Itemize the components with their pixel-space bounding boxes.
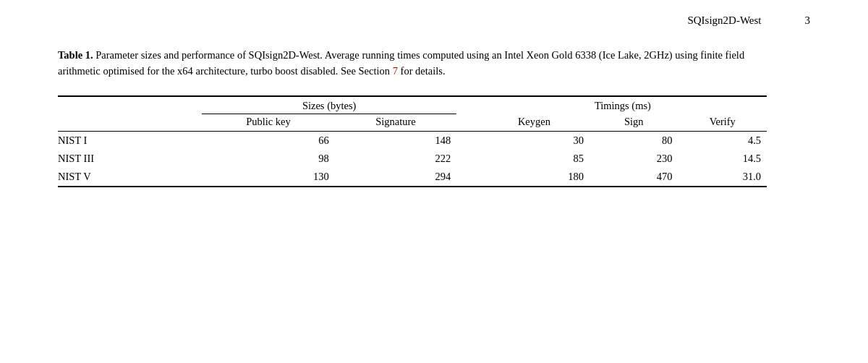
data-table: Sizes (bytes) Timings (ms) Public key Si…: [58, 95, 767, 187]
row-separator: [456, 168, 479, 187]
row-label: NIST III: [58, 150, 202, 168]
group-header-row: Sizes (bytes) Timings (ms): [58, 97, 767, 114]
caption-ref: 7: [393, 65, 398, 77]
table-row: NIST I6614830804.5: [58, 131, 767, 150]
row-keygen: 30: [479, 131, 590, 150]
data-table-wrapper: Sizes (bytes) Timings (ms) Public key Si…: [58, 95, 767, 187]
header-title: SQIsign2D-West: [687, 14, 761, 27]
table-row: NIST III982228523014.5: [58, 150, 767, 168]
empty-header: [58, 97, 202, 114]
separator: [456, 97, 479, 114]
keygen-header: Keygen: [479, 114, 590, 131]
table-caption: Table 1. Parameter sizes and performance…: [58, 47, 767, 80]
row-signature: 294: [335, 168, 456, 187]
timings-group-header: Timings (ms): [479, 97, 767, 114]
row-verify: 14.5: [678, 150, 767, 168]
header-page-number: 3: [805, 14, 811, 27]
row-verify: 4.5: [678, 131, 767, 150]
public-key-header: Public key: [202, 114, 335, 131]
page-container: SQIsign2D-West 3 Table 1. Parameter size…: [0, 0, 868, 363]
row-separator: [456, 150, 479, 168]
row-verify: 31.0: [678, 168, 767, 187]
sign-header: Sign: [590, 114, 678, 131]
row-label: NIST V: [58, 168, 202, 187]
table-body: NIST I6614830804.5NIST III982228523014.5…: [58, 131, 767, 187]
row-sign: 470: [590, 168, 678, 187]
verify-header: Verify: [678, 114, 767, 131]
caption-text-end: for details.: [398, 65, 446, 77]
row-keygen: 85: [479, 150, 590, 168]
row-label: NIST I: [58, 131, 202, 150]
row-keygen: 180: [479, 168, 590, 187]
sub-header-row: Public key Signature Keygen Sign Verify: [58, 114, 767, 131]
row-signature: 222: [335, 150, 456, 168]
row-sign: 80: [590, 131, 678, 150]
page-header: SQIsign2D-West 3: [58, 14, 810, 34]
sizes-group-header: Sizes (bytes): [202, 97, 456, 114]
row-sign: 230: [590, 150, 678, 168]
row-signature: 148: [335, 131, 456, 150]
caption-bold: Table 1.: [58, 49, 93, 61]
separator-sub: [456, 114, 479, 131]
row-public-key: 130: [202, 168, 335, 187]
label-sub-header: [58, 114, 202, 131]
row-public-key: 66: [202, 131, 335, 150]
row-public-key: 98: [202, 150, 335, 168]
row-separator: [456, 131, 479, 150]
table-row: NIST V13029418047031.0: [58, 168, 767, 187]
signature-header: Signature: [335, 114, 456, 131]
